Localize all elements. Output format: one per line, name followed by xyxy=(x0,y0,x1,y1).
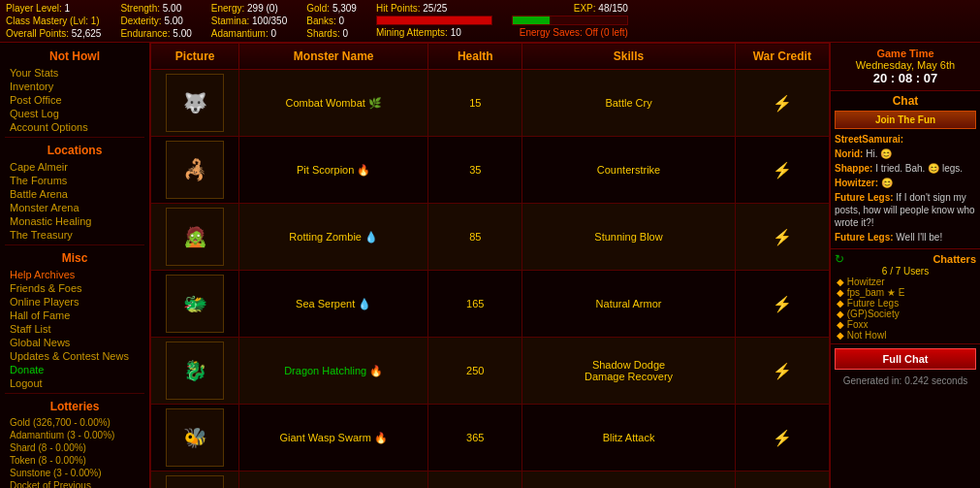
sidebar-item-monastic-healing[interactable]: Monastic Healing xyxy=(0,214,149,228)
lightning-icon[interactable]: ⚡ xyxy=(773,95,792,112)
monster-warcredit-cell[interactable]: ⚡ xyxy=(735,405,829,472)
sidebar-item-post-office[interactable]: Post Office xyxy=(0,93,149,107)
sidebar-item-monster-arena[interactable]: Monster Arena xyxy=(0,201,149,214)
chat-message: Howitzer: 😊 xyxy=(835,177,976,189)
lightning-icon[interactable]: ⚡ xyxy=(773,229,792,245)
sidebar-item-inventory[interactable]: Inventory xyxy=(0,80,149,93)
monster-warcredit-cell[interactable]: ⚡ xyxy=(735,137,829,204)
right-panel: Game Time Wednesday, May 6th 20 : 08 : 0… xyxy=(830,43,980,488)
lotto-docket[interactable]: Docket of Previous xyxy=(0,479,149,488)
monster-image: 🐝 xyxy=(166,408,224,467)
monster-warcredit-cell[interactable]: ⚡ xyxy=(735,472,829,489)
hp-bar-container xyxy=(376,16,492,25)
hp-stat: Hit Points: 25/25 xyxy=(376,3,492,14)
chat-username: StreetSamurai: xyxy=(835,134,903,145)
monster-name-link[interactable]: Dragon Hatchling xyxy=(284,365,366,376)
monster-name-cell[interactable]: Combat Wombat 🌿 xyxy=(239,70,428,137)
energy-stats-col: Energy: 299 (0) Stamina: 100/350 Adamant… xyxy=(211,3,287,39)
monster-skills-cell: Shadow DodgeDamage Recovery xyxy=(522,338,735,405)
monster-name-link[interactable]: Pit Scorpion xyxy=(297,164,354,176)
lotto-adamantium[interactable]: Adamantium (3 - 0.00%) xyxy=(0,429,149,441)
sidebar-lotteries-title: Lotteries xyxy=(0,397,149,416)
sidebar-item-cape-almeir[interactable]: Cape Almeir xyxy=(0,160,149,174)
sidebar-item-logout[interactable]: Logout xyxy=(0,376,149,390)
monster-image-cell: 🐺 xyxy=(151,70,239,137)
sidebar-item-hall-of-fame[interactable]: Hall of Fame xyxy=(0,309,149,322)
monster-name-cell[interactable]: Giant Wasp Swarm 🔥 xyxy=(239,405,428,472)
sidebar-item-staff-list[interactable]: Staff List xyxy=(0,322,149,336)
lightning-icon[interactable]: ⚡ xyxy=(773,162,792,179)
lotto-gold[interactable]: Gold (326,700 - 0.00%) xyxy=(0,416,149,429)
chatters-box: ↻ Chatters 6 / 7 Users ◆ Howitzer◆ fps_b… xyxy=(831,249,980,344)
table-row: 🦂Pit Scorpion 🔥35Counterstrike⚡ xyxy=(151,137,830,204)
chat-username: Shappe: xyxy=(835,163,872,174)
col-header-name: Monster Name xyxy=(239,44,428,70)
lotto-shard[interactable]: Shard (8 - 0.00%) xyxy=(0,441,149,454)
generated-text: Generated in: 0.242 seconds xyxy=(831,374,980,388)
sidebar-item-account-options[interactable]: Account Options xyxy=(0,120,149,134)
sidebar-item-quest-log[interactable]: Quest Log xyxy=(0,107,149,120)
sidebar-item-help-archives[interactable]: Help Archives xyxy=(0,268,149,281)
monster-table: Picture Monster Name Health Skills War C… xyxy=(150,43,830,488)
lightning-icon[interactable]: ⚡ xyxy=(773,296,792,312)
monster-warcredit-cell[interactable]: ⚡ xyxy=(735,70,829,137)
monster-name-cell[interactable]: Rotting Zombie 💧 xyxy=(239,204,428,271)
bullet-icon: ◆ xyxy=(837,298,847,309)
chatter-name: Future Legs xyxy=(847,298,899,309)
hp-bar xyxy=(377,16,491,24)
sidebar-misc-title: Misc xyxy=(0,248,149,268)
table-row: 🐺Combat Wombat 🌿15Battle Cry⚡ xyxy=(151,70,830,137)
chatters-title: Chatters xyxy=(933,253,976,265)
chatters-list: ◆ Howitzer◆ fps_bam ★ E◆ Future Legs◆ (G… xyxy=(835,277,976,341)
sidebar-item-the-treasury[interactable]: The Treasury xyxy=(0,228,149,242)
monster-health-cell: 85 xyxy=(428,204,522,271)
chatter-item: ◆ Not Howl xyxy=(835,330,976,341)
monster-image-cell: 🐲 xyxy=(151,271,239,338)
sidebar-item-global-news[interactable]: Global News xyxy=(0,336,149,349)
monster-warcredit-cell[interactable]: ⚡ xyxy=(735,271,829,338)
monster-image: 🦂 xyxy=(166,141,224,199)
sidebar-item-battle-arena[interactable]: Battle Arena xyxy=(0,187,149,201)
chat-username: Future Legs: xyxy=(835,232,894,243)
sidebar-item-friends-foes[interactable]: Friends & Foes xyxy=(0,281,149,295)
sidebar-item-your-stats[interactable]: Your Stats xyxy=(0,66,149,80)
sidebar-item-the-forums[interactable]: The Forums xyxy=(0,174,149,187)
adamantium-stat: Adamantium: 0 xyxy=(211,28,287,39)
monster-name-cell[interactable]: Dragon Hatchling 🔥 xyxy=(239,338,428,405)
chat-box: Chat Join The Fun StreetSamurai: Norid: … xyxy=(831,91,980,249)
monster-name-cell[interactable]: Pit Scorpion 🔥 xyxy=(239,137,428,204)
monster-warcredit-cell[interactable]: ⚡ xyxy=(735,204,829,271)
element-icon: 🔥 xyxy=(374,432,388,443)
lightning-icon[interactable]: ⚡ xyxy=(773,363,792,379)
monster-health-cell: 365 xyxy=(428,405,522,472)
chat-username: Future Legs: xyxy=(835,192,894,203)
lotto-token[interactable]: Token (8 - 0.00%) xyxy=(0,454,149,467)
join-the-fun-button[interactable]: Join The Fun xyxy=(835,111,976,129)
bullet-icon: ◆ xyxy=(837,287,847,298)
lightning-icon[interactable]: ⚡ xyxy=(773,430,792,446)
bullet-icon: ◆ xyxy=(837,277,847,287)
monster-name-link[interactable]: Combat Wombat xyxy=(285,97,364,109)
gold-stat: Gold: 5,309 xyxy=(306,3,357,14)
monster-name-link[interactable]: Rotting Zombie xyxy=(289,231,362,243)
full-chat-button[interactable]: Full Chat xyxy=(835,348,976,370)
chat-username: Howitzer: xyxy=(835,178,878,188)
sidebar-item-updates-contest[interactable]: Updates & Contest News xyxy=(0,349,149,363)
sidebar-item-donate[interactable]: Donate xyxy=(0,363,149,376)
refresh-icon[interactable]: ↻ xyxy=(835,252,844,266)
monster-name-cell[interactable]: Ice Troll 💧 xyxy=(239,472,428,489)
monster-health-cell: 35 xyxy=(428,137,522,204)
table-row: 🗿Ice Troll 💧525Drunken Rage⚡ xyxy=(151,472,830,489)
monster-name-link[interactable]: Giant Wasp Swarm xyxy=(279,432,370,443)
chatter-item: ◆ fps_bam ★ E xyxy=(835,287,976,298)
exp-col: EXP: 48/150 Energy Saves: Off (0 left) xyxy=(512,3,628,39)
monster-name-link[interactable]: Sea Serpent xyxy=(296,298,355,309)
sidebar-item-online-players[interactable]: Online Players xyxy=(0,295,149,309)
lotto-sunstone[interactable]: Sunstone (3 - 0.00%) xyxy=(0,467,149,479)
chatter-name: Not Howl xyxy=(847,330,887,341)
chat-message: Norid: Hi. 😊 xyxy=(835,147,976,160)
monster-warcredit-cell[interactable]: ⚡ xyxy=(735,338,829,405)
monster-name-cell[interactable]: Sea Serpent 💧 xyxy=(239,271,428,338)
divider-misc xyxy=(5,244,144,245)
table-row: 🐲Sea Serpent 💧165Natural Armor⚡ xyxy=(151,271,830,338)
